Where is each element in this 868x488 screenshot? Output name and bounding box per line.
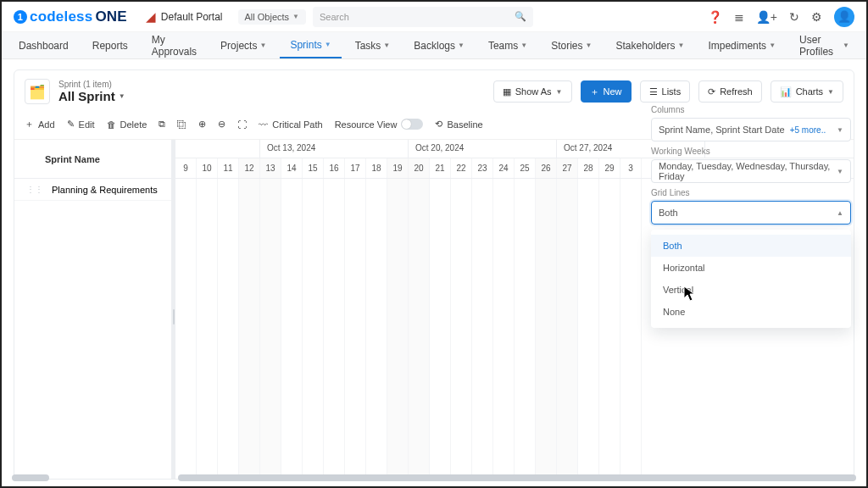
- timeline-day-header: 28: [578, 158, 599, 178]
- new-button[interactable]: ＋ New: [581, 80, 632, 103]
- gridlines-label: Grid Lines: [651, 188, 851, 197]
- chevron-up-icon: ▲: [837, 209, 843, 217]
- gridlines-select[interactable]: Both▲: [651, 201, 851, 225]
- columns-select[interactable]: Sprint Name, Sprint Start Date +5 more..…: [651, 118, 851, 141]
- timeline-day-header: 17: [345, 158, 366, 178]
- page-title[interactable]: All Sprint▼: [58, 89, 125, 103]
- edit-button[interactable]: ✎ Edit: [67, 119, 95, 130]
- nav-teams[interactable]: Teams▼: [478, 32, 537, 58]
- zoom-in-icon[interactable]: ⊕: [198, 119, 206, 130]
- gridlines-option-vertical[interactable]: Vertical: [651, 279, 851, 301]
- timeline-day-header: 12: [239, 158, 260, 178]
- working-weeks-select[interactable]: Monday, Tuesday, Wednesday, Thursday, Fr…: [651, 159, 851, 183]
- nav-impediments[interactable]: Impediments▼: [698, 32, 786, 58]
- chevron-down-icon: ▼: [837, 126, 843, 134]
- timeline-day-header: 19: [387, 158, 409, 178]
- app-logo[interactable]: 1 codelessONE: [14, 8, 127, 25]
- fit-icon[interactable]: ⛶: [237, 119, 247, 130]
- nav-backlogs[interactable]: Backlogs▼: [403, 32, 475, 58]
- drag-handle-icon[interactable]: ⋮⋮: [26, 185, 43, 194]
- nav-projects[interactable]: Projects▼: [210, 32, 276, 58]
- settings-icon[interactable]: ⚙: [811, 10, 822, 24]
- nav-my-approvals[interactable]: My Approvals: [142, 32, 207, 58]
- timeline-day-header: 15: [303, 158, 324, 178]
- timeline-day-header: 10: [197, 158, 218, 178]
- nav-stakeholders[interactable]: Stakeholders▼: [605, 32, 694, 58]
- baseline-button[interactable]: ⟲ Baseline: [435, 119, 482, 130]
- timeline-day-header: 26: [536, 158, 557, 178]
- timeline-day-header: 9: [175, 158, 197, 178]
- grid-column-header: Sprint Name: [14, 140, 171, 179]
- timeline-day-header: 29: [599, 158, 620, 178]
- gridlines-option-horizontal[interactable]: Horizontal: [651, 257, 851, 279]
- gridlines-dropdown: BothHorizontalVerticalNone: [651, 230, 851, 328]
- table-row[interactable]: ⋮⋮ Planning & Requirements: [14, 179, 171, 201]
- object-scope-select[interactable]: All Objects▼: [238, 9, 307, 25]
- add-button[interactable]: ＋ Add: [25, 118, 55, 130]
- history-icon[interactable]: ↻: [789, 10, 799, 24]
- copy-icon[interactable]: ⧉: [159, 119, 165, 130]
- nav-user-profiles[interactable]: User Profiles▼: [789, 32, 860, 58]
- chevron-down-icon: ▼: [837, 168, 843, 175]
- nav-stories[interactable]: Stories▼: [541, 32, 602, 58]
- timeline-day-header: 13: [260, 158, 281, 178]
- avatar[interactable]: 👤: [834, 7, 854, 27]
- breadcrumb: Sprint (1 item): [58, 80, 125, 89]
- help-icon[interactable]: ❓: [708, 10, 722, 24]
- timeline-day-header: 16: [324, 158, 345, 178]
- timeline-day-header: 22: [451, 158, 472, 178]
- nav-tasks[interactable]: Tasks▼: [345, 32, 401, 58]
- resource-view-toggle[interactable]: Resource View: [335, 119, 424, 130]
- nav-dashboard[interactable]: Dashboard: [8, 32, 79, 58]
- timeline-day-header: 24: [493, 158, 515, 178]
- view-settings-panel: Columns Sprint Name, Sprint Start Date +…: [641, 93, 854, 478]
- view-type-icon: 🗂️: [25, 79, 50, 104]
- portal-icon: ◢: [146, 9, 156, 25]
- timeline-week-header: Oct 13, 2024: [260, 140, 409, 158]
- row-name: Planning & Requirements: [52, 185, 158, 195]
- duplicate-icon[interactable]: ⿻: [177, 119, 186, 130]
- search-icon: 🔍: [515, 11, 526, 22]
- timeline-day-header: 3: [620, 158, 642, 178]
- timeline-day-header: 27: [557, 158, 578, 178]
- columns-label: Columns: [651, 105, 851, 114]
- zoom-out-icon[interactable]: ⊖: [218, 119, 225, 130]
- nav-reports[interactable]: Reports: [82, 32, 138, 58]
- database-icon[interactable]: ≣: [734, 10, 744, 24]
- portal-selector[interactable]: ◢ Default Portal: [146, 9, 223, 25]
- timeline-day-header: 11: [218, 158, 239, 178]
- timeline-day-header: 21: [430, 158, 451, 178]
- timeline-day-header: 18: [366, 158, 387, 178]
- portal-label: Default Portal: [161, 11, 223, 23]
- add-user-icon[interactable]: 👤+: [756, 10, 777, 24]
- timeline-day-header: 25: [515, 158, 536, 178]
- global-search-input[interactable]: Search 🔍: [313, 7, 533, 27]
- timeline-day-header: 20: [409, 158, 430, 178]
- show-as-button[interactable]: ▦ Show As ▼: [493, 80, 572, 103]
- working-weeks-label: Working Weeks: [651, 147, 851, 156]
- timeline-week-header: Oct 20, 2024: [409, 140, 557, 158]
- nav-sprints[interactable]: Sprints▼: [280, 32, 341, 58]
- gridlines-option-both[interactable]: Both: [651, 235, 851, 257]
- timeline-day-header: 14: [281, 158, 303, 178]
- delete-button[interactable]: 🗑 Delete: [107, 119, 147, 130]
- timeline-day-header: 23: [472, 158, 493, 178]
- critical-path-button[interactable]: 〰 Critical Path: [259, 119, 322, 130]
- gridlines-option-none[interactable]: None: [651, 301, 851, 323]
